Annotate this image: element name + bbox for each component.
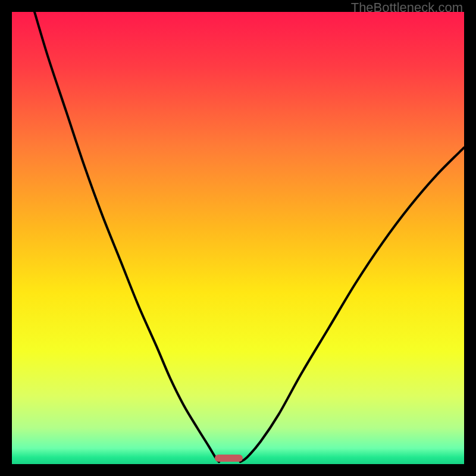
curve-right-branch bbox=[240, 148, 464, 462]
watermark-text: TheBottleneck.com bbox=[351, 0, 463, 15]
chart-curves bbox=[12, 12, 464, 464]
chart-frame bbox=[12, 12, 464, 464]
curve-left-branch bbox=[35, 12, 219, 462]
optimal-zone-marker bbox=[215, 455, 243, 462]
